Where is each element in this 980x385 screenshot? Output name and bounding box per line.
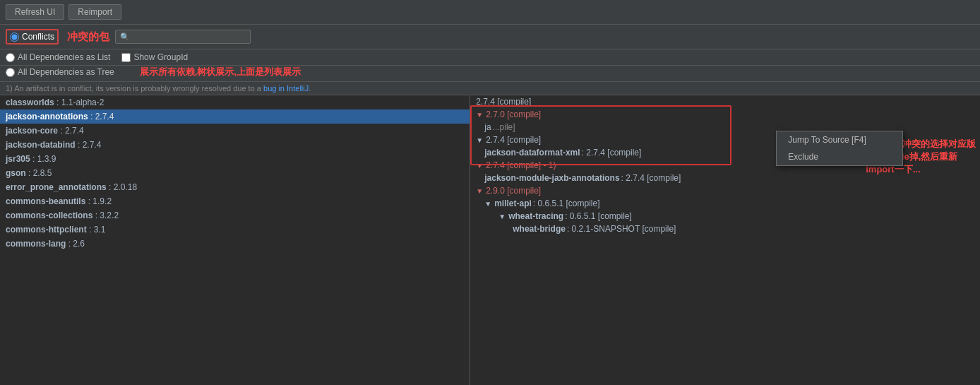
list-item[interactable]: jackson-databind : 2.7.4 <box>0 138 470 152</box>
main-content: classworlds : 1.1-alpha-2 jackson-annota… <box>0 95 980 385</box>
expand-arrow-icon: ▼ <box>498 213 506 220</box>
conflicts-radio-option[interactable]: Conflicts <box>10 32 54 42</box>
info-text: 1) An artifact is in conflict, its versi… <box>6 84 263 93</box>
tree-item[interactable]: ja ...pile] <box>470 121 980 134</box>
options-bar-2: All Dependencies as Tree 展示所有依赖,树状展示,上面是… <box>0 66 980 82</box>
all-deps-tree-radio[interactable] <box>6 68 15 77</box>
refresh-ui-button[interactable]: Refresh UI <box>6 4 64 20</box>
tree-dep-name: wheat-bridge <box>513 224 566 234</box>
tree-dep-name: wheat-tracing <box>508 211 563 221</box>
options-bar: All Dependencies as List Show GroupId <box>0 49 980 66</box>
tree-annotation: 展示所有依赖,树状展示,上面是列表展示 <box>140 66 301 78</box>
jump-to-source-menu-item[interactable]: Jump To Source [F4] <box>777 131 902 148</box>
conflicts-radio[interactable] <box>10 32 19 42</box>
left-dependency-panel[interactable]: classworlds : 1.1-alpha-2 jackson-annota… <box>0 95 470 385</box>
expand-arrow-icon: ▼ <box>476 136 483 144</box>
right-tree-panel[interactable]: 2.7.4 [compile] ▼ 2.7.0 [compile] ja ...… <box>470 95 980 385</box>
bug-link[interactable]: bug in IntelliJ <box>263 84 309 93</box>
show-groupid-option[interactable]: Show GroupId <box>121 52 188 62</box>
tree-dep-version: : 2.7.4 [compile] <box>582 148 642 158</box>
tree-version-conflict: 2.9.0 [compile] <box>486 186 541 196</box>
search-input[interactable] <box>133 32 246 42</box>
all-deps-list-radio[interactable] <box>6 53 15 62</box>
tree-dep-name: millet-api <box>494 199 532 208</box>
search-box[interactable]: 🔍 <box>115 30 251 44</box>
top-toolbar: Refresh UI Reimport <box>0 0 980 25</box>
show-groupid-checkbox[interactable] <box>121 53 131 62</box>
tree-item[interactable]: ▼ wheat-tracing : 0.6.5.1 [compile] <box>470 210 980 223</box>
search-icon: 🔍 <box>120 32 130 42</box>
all-deps-list-label: All Dependencies as List <box>18 52 110 62</box>
tree-item[interactable]: 2.7.4 [compile] <box>470 95 980 108</box>
expand-arrow-icon: ▼ <box>476 187 483 195</box>
tree-dep-name: jackson-dataformat-xml <box>484 148 580 158</box>
tree-item[interactable]: ▼ 2.9.0 [compile] <box>470 184 980 197</box>
tree-version: 2.7.4 [compile] <box>486 135 541 145</box>
list-item[interactable]: commons-collections : 3.2.2 <box>0 208 470 223</box>
conflicts-option-box: Conflicts <box>6 29 59 45</box>
filter-bar: Conflicts 冲突的包 🔍 <box>0 25 980 49</box>
list-item[interactable]: jsr305 : 1.3.9 <box>0 152 470 166</box>
context-menu: Jump To Source [F4] Exclude <box>776 131 903 166</box>
list-item[interactable]: commons-beanutils : 1.9.2 <box>0 194 470 208</box>
tree-item[interactable]: ▼ 2.7.0 [compile] <box>470 108 980 121</box>
tree-dep-name: ja <box>484 122 491 132</box>
tree-version-conflict: 2.7.0 [compile] <box>486 109 541 119</box>
list-item[interactable]: jackson-annotations : 2.7.4 <box>0 109 470 124</box>
info-bar: 1) An artifact is in conflict, its versi… <box>0 82 980 95</box>
show-groupid-label: Show GroupId <box>133 52 188 62</box>
list-item[interactable]: gson : 2.8.5 <box>0 166 470 180</box>
list-item[interactable]: error_prone_annotations : 2.0.18 <box>0 180 470 194</box>
tree-dep-version: : 0.2.1-SNAPSHOT [compile] <box>567 224 676 234</box>
expand-arrow-icon: ▼ <box>476 111 483 119</box>
list-item[interactable]: commons-lang : 2.6 <box>0 237 470 251</box>
tree-version-conflict: 2.7.4 [compile] - 1) <box>486 160 556 170</box>
exclude-menu-item[interactable]: Exclude <box>777 148 902 165</box>
expand-arrow-icon: ▼ <box>484 200 491 208</box>
tree-dep-version: : 2.7.4 [compile] <box>621 173 681 183</box>
info-period: . <box>309 84 311 93</box>
tree-dep-version: : 0.6.5.1 [compile] <box>565 211 632 221</box>
list-item[interactable]: jackson-core : 2.7.4 <box>0 124 470 138</box>
expand-arrow-icon: ▼ <box>476 162 483 170</box>
all-deps-list-option[interactable]: All Dependencies as List <box>6 52 110 62</box>
reimport-button[interactable]: Reimport <box>68 4 121 20</box>
tree-dep-extra: ...pile] <box>493 122 515 132</box>
all-deps-tree-label: All Dependencies as Tree <box>18 67 114 77</box>
tree-version: 2.7.4 [compile] <box>476 97 531 107</box>
tree-dep-version: : 0.6.5.1 [compile] <box>533 199 600 208</box>
all-deps-tree-option[interactable]: All Dependencies as Tree <box>6 67 114 77</box>
tree-item[interactable]: ▼ millet-api : 0.6.5.1 [compile] <box>470 197 980 210</box>
list-item[interactable]: classworlds : 1.1-alpha-2 <box>0 95 470 109</box>
conflict-annotation: 冲突的包 <box>67 30 109 44</box>
tree-dep-name: jackson-module-jaxb-annotations <box>484 173 619 183</box>
conflicts-label: Conflicts <box>22 32 54 42</box>
tree-item[interactable]: wheat-bridge : 0.2.1-SNAPSHOT [compile] <box>470 223 980 235</box>
list-item[interactable]: commons-httpclient : 3.1 <box>0 223 470 237</box>
